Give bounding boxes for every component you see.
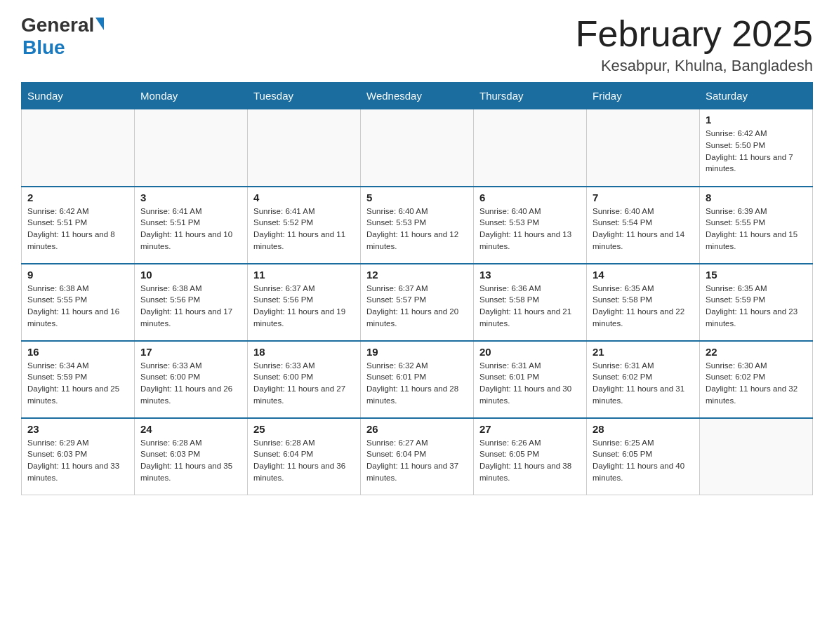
calendar-cell: [135, 109, 248, 187]
day-number: 26: [366, 423, 468, 435]
day-number: 18: [253, 346, 355, 358]
calendar-cell: 8Sunrise: 6:39 AMSunset: 5:55 PMDaylight…: [700, 187, 813, 264]
day-number: 25: [253, 423, 355, 435]
calendar-cell: 7Sunrise: 6:40 AMSunset: 5:54 PMDaylight…: [587, 187, 700, 264]
day-number: 1: [706, 114, 807, 126]
day-number: 23: [27, 423, 128, 435]
day-info: Sunrise: 6:40 AMSunset: 5:53 PMDaylight:…: [366, 206, 468, 253]
calendar-cell: 26Sunrise: 6:27 AMSunset: 6:04 PMDayligh…: [361, 418, 474, 495]
calendar-cell: 18Sunrise: 6:33 AMSunset: 6:00 PMDayligh…: [248, 341, 361, 418]
day-info: Sunrise: 6:38 AMSunset: 5:56 PMDaylight:…: [140, 283, 241, 330]
calendar-cell: 1Sunrise: 6:42 AMSunset: 5:50 PMDaylight…: [700, 109, 813, 187]
day-number: 10: [140, 269, 241, 281]
day-number: 2: [27, 192, 128, 203]
day-info: Sunrise: 6:37 AMSunset: 5:57 PMDaylight:…: [366, 283, 468, 330]
calendar-cell: 27Sunrise: 6:26 AMSunset: 6:05 PMDayligh…: [474, 418, 587, 495]
day-info: Sunrise: 6:32 AMSunset: 6:01 PMDaylight:…: [366, 360, 468, 407]
calendar-cell: 24Sunrise: 6:28 AMSunset: 6:03 PMDayligh…: [135, 418, 248, 495]
calendar-cell: 14Sunrise: 6:35 AMSunset: 5:58 PMDayligh…: [587, 264, 700, 341]
day-info: Sunrise: 6:35 AMSunset: 5:58 PMDaylight:…: [593, 283, 694, 330]
calendar-cell: 5Sunrise: 6:40 AMSunset: 5:53 PMDaylight…: [361, 187, 474, 264]
header-saturday: Saturday: [700, 83, 813, 109]
day-info: Sunrise: 6:40 AMSunset: 5:54 PMDaylight:…: [593, 206, 694, 253]
calendar-table: SundayMondayTuesdayWednesdayThursdayFrid…: [21, 82, 813, 495]
day-info: Sunrise: 6:34 AMSunset: 5:59 PMDaylight:…: [27, 360, 128, 407]
calendar-cell: 21Sunrise: 6:31 AMSunset: 6:02 PMDayligh…: [587, 341, 700, 418]
day-number: 7: [593, 192, 694, 203]
day-number: 19: [366, 346, 468, 358]
calendar-cell: 25Sunrise: 6:28 AMSunset: 6:04 PMDayligh…: [248, 418, 361, 495]
day-number: 20: [479, 346, 581, 358]
logo-arrow-icon: [95, 18, 104, 30]
calendar-week-row: 23Sunrise: 6:29 AMSunset: 6:03 PMDayligh…: [22, 418, 813, 495]
day-info: Sunrise: 6:38 AMSunset: 5:55 PMDaylight:…: [27, 283, 128, 330]
day-number: 6: [479, 192, 581, 203]
header-friday: Friday: [587, 83, 700, 109]
calendar-week-row: 2Sunrise: 6:42 AMSunset: 5:51 PMDaylight…: [22, 187, 813, 264]
day-info: Sunrise: 6:37 AMSunset: 5:56 PMDaylight:…: [253, 283, 355, 330]
day-number: 3: [140, 192, 241, 203]
location-subtitle: Kesabpur, Khulna, Bangladesh: [576, 57, 813, 75]
day-number: 14: [593, 269, 694, 281]
day-info: Sunrise: 6:39 AMSunset: 5:55 PMDaylight:…: [706, 206, 807, 253]
calendar-cell: 23Sunrise: 6:29 AMSunset: 6:03 PMDayligh…: [22, 418, 135, 495]
header-tuesday: Tuesday: [248, 83, 361, 109]
day-number: 22: [706, 346, 807, 358]
logo-blue: Blue: [22, 36, 65, 58]
calendar-cell: 12Sunrise: 6:37 AMSunset: 5:57 PMDayligh…: [361, 264, 474, 341]
calendar-cell: 19Sunrise: 6:32 AMSunset: 6:01 PMDayligh…: [361, 341, 474, 418]
day-number: 28: [593, 423, 694, 435]
calendar-cell: 17Sunrise: 6:33 AMSunset: 6:00 PMDayligh…: [135, 341, 248, 418]
day-number: 4: [253, 192, 355, 203]
day-info: Sunrise: 6:42 AMSunset: 5:51 PMDaylight:…: [27, 206, 128, 253]
day-info: Sunrise: 6:28 AMSunset: 6:03 PMDaylight:…: [140, 437, 241, 484]
calendar-week-row: 9Sunrise: 6:38 AMSunset: 5:55 PMDaylight…: [22, 264, 813, 341]
day-info: Sunrise: 6:36 AMSunset: 5:58 PMDaylight:…: [479, 283, 581, 330]
logo-general: General: [21, 14, 94, 36]
calendar-cell: [248, 109, 361, 187]
day-info: Sunrise: 6:25 AMSunset: 6:05 PMDaylight:…: [593, 437, 694, 484]
day-info: Sunrise: 6:40 AMSunset: 5:53 PMDaylight:…: [479, 206, 581, 253]
day-number: 17: [140, 346, 241, 358]
logo: General Blue: [21, 14, 104, 59]
day-info: Sunrise: 6:26 AMSunset: 6:05 PMDaylight:…: [479, 437, 581, 484]
header-wednesday: Wednesday: [361, 83, 474, 109]
calendar-cell: 16Sunrise: 6:34 AMSunset: 5:59 PMDayligh…: [22, 341, 135, 418]
calendar-cell: 15Sunrise: 6:35 AMSunset: 5:59 PMDayligh…: [700, 264, 813, 341]
day-info: Sunrise: 6:29 AMSunset: 6:03 PMDaylight:…: [27, 437, 128, 484]
calendar-cell: [22, 109, 135, 187]
calendar-header-row: SundayMondayTuesdayWednesdayThursdayFrid…: [22, 83, 813, 109]
header-thursday: Thursday: [474, 83, 587, 109]
calendar-cell: 9Sunrise: 6:38 AMSunset: 5:55 PMDaylight…: [22, 264, 135, 341]
day-number: 27: [479, 423, 581, 435]
logo-text: General: [21, 14, 104, 36]
day-info: Sunrise: 6:35 AMSunset: 5:59 PMDaylight:…: [706, 283, 807, 330]
day-number: 21: [593, 346, 694, 358]
day-number: 15: [706, 269, 807, 281]
page-header: General Blue February 2025 Kesabpur, Khu…: [21, 14, 813, 75]
day-number: 16: [27, 346, 128, 358]
day-info: Sunrise: 6:42 AMSunset: 5:50 PMDaylight:…: [706, 128, 807, 175]
calendar-cell: 10Sunrise: 6:38 AMSunset: 5:56 PMDayligh…: [135, 264, 248, 341]
day-info: Sunrise: 6:27 AMSunset: 6:04 PMDaylight:…: [366, 437, 468, 484]
day-number: 9: [27, 269, 128, 281]
calendar-cell: [700, 418, 813, 495]
calendar-cell: 2Sunrise: 6:42 AMSunset: 5:51 PMDaylight…: [22, 187, 135, 264]
day-number: 5: [366, 192, 468, 203]
calendar-cell: [361, 109, 474, 187]
calendar-week-row: 16Sunrise: 6:34 AMSunset: 5:59 PMDayligh…: [22, 341, 813, 418]
calendar-cell: 13Sunrise: 6:36 AMSunset: 5:58 PMDayligh…: [474, 264, 587, 341]
day-info: Sunrise: 6:41 AMSunset: 5:51 PMDaylight:…: [140, 206, 241, 253]
day-info: Sunrise: 6:33 AMSunset: 6:00 PMDaylight:…: [140, 360, 241, 407]
calendar-cell: 20Sunrise: 6:31 AMSunset: 6:01 PMDayligh…: [474, 341, 587, 418]
calendar-cell: 28Sunrise: 6:25 AMSunset: 6:05 PMDayligh…: [587, 418, 700, 495]
day-info: Sunrise: 6:33 AMSunset: 6:00 PMDaylight:…: [253, 360, 355, 407]
calendar-cell: [587, 109, 700, 187]
title-area: February 2025 Kesabpur, Khulna, Banglade…: [576, 14, 813, 75]
day-info: Sunrise: 6:31 AMSunset: 6:01 PMDaylight:…: [479, 360, 581, 407]
day-info: Sunrise: 6:41 AMSunset: 5:52 PMDaylight:…: [253, 206, 355, 253]
header-monday: Monday: [135, 83, 248, 109]
day-number: 8: [706, 192, 807, 203]
calendar-cell: 6Sunrise: 6:40 AMSunset: 5:53 PMDaylight…: [474, 187, 587, 264]
calendar-cell: 11Sunrise: 6:37 AMSunset: 5:56 PMDayligh…: [248, 264, 361, 341]
